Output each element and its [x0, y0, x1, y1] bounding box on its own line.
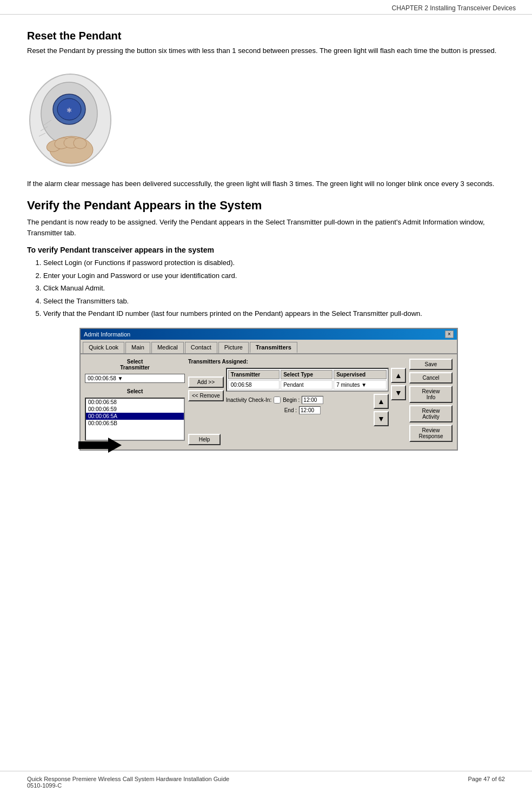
inactivity-checkbox[interactable]: [274, 396, 281, 404]
section1-title: Reset the Pendant: [27, 30, 505, 42]
page: CHAPTER 2 Installing Transceiver Devices…: [0, 0, 532, 793]
section1-body2: If the alarm clear message has been deli…: [27, 179, 505, 189]
footer-part-number: 0510-1099-C: [27, 782, 229, 789]
dropdown-value: 00:00:06:58 ▼: [88, 375, 123, 381]
admit-window-container: Admit Information × Quick Look Main Medi…: [32, 328, 505, 451]
cell-type: Pendant: [281, 380, 332, 389]
footer-page-number: Page 47 of 62: [468, 776, 505, 789]
section2-body1: The pendant is now ready to be assigned.…: [27, 217, 505, 238]
pendant-image: ✱: [27, 66, 114, 169]
inactivity-row: Inactivity Check-In: Begin :: [226, 396, 371, 404]
window-body: SelectTransmitter 00:00:06:58 ▼ Select 0…: [81, 354, 457, 450]
listbox-item-3[interactable]: 00:00:06:5B: [86, 420, 184, 427]
select-label: Select: [85, 388, 185, 394]
listbox-item-1[interactable]: 00:00:06:59: [86, 406, 184, 413]
subsection-title: To verify Pendant transceiver appears in…: [27, 246, 505, 254]
window-title: Admit Information: [84, 331, 130, 338]
section1-body1: Reset the Pendant by pressing the button…: [27, 45, 505, 56]
close-button[interactable]: ×: [445, 331, 454, 338]
footer-guide-title: Quick Response Premiere Wireless Call Sy…: [27, 776, 229, 782]
footer-left: Quick Response Premiere Wireless Call Sy…: [27, 776, 229, 789]
begin-time-input[interactable]: [302, 396, 323, 404]
transmitter-table: Transmitter Select Type Supervised 00:06…: [226, 368, 389, 392]
main-arrow-down[interactable]: ▼: [391, 385, 406, 400]
tab-quick-look[interactable]: Quick Look: [83, 342, 124, 353]
tab-bar: Quick Look Main Medical Contact Picture …: [81, 340, 457, 354]
end-label: End :: [284, 407, 297, 413]
tab-contact[interactable]: Contact: [185, 342, 217, 353]
col-supervised: Supervised: [334, 370, 387, 379]
cell-supervised[interactable]: 7 minutes ▼: [334, 380, 387, 389]
table-arrows: ▲ ▼: [374, 394, 389, 426]
cancel-button[interactable]: Cancel: [409, 372, 453, 384]
table-row: 00:06:58 Pendant 7 minutes ▼: [228, 380, 387, 389]
step-4: Select the Transmitters tab.: [43, 296, 505, 307]
tab-main[interactable]: Main: [125, 342, 150, 353]
chapter-title: CHAPTER 2 Installing Transceiver Devices: [392, 4, 516, 12]
col-transmitter: Transmitter: [228, 370, 280, 379]
right-panel: Save Cancel ReviewInfo ReviewActivity Re…: [409, 359, 453, 445]
add-button[interactable]: Add >>: [188, 376, 224, 388]
window-titlebar: Admit Information ×: [81, 329, 457, 340]
transmitter-listbox[interactable]: 00:00:06:58 00:00:06:59 00:00:06:5A 00:0…: [85, 398, 185, 441]
end-row: End :: [226, 406, 371, 414]
arrow-up-button[interactable]: ▲: [374, 394, 389, 409]
svg-marker-13: [78, 438, 122, 453]
section2-title: Verify the Pendant Appears in the System: [27, 199, 505, 213]
step-2: Enter your Login and Password or use you…: [43, 270, 505, 281]
svg-text:✱: ✱: [66, 107, 72, 114]
transmitters-assigned-label: Transmitters Assigned:: [188, 359, 406, 365]
transmitter-dropdown[interactable]: 00:00:06:58 ▼: [85, 374, 185, 383]
begin-label: Begin :: [283, 397, 300, 403]
tab-transmitters[interactable]: Transmitters: [250, 342, 297, 353]
right-arrows: ▲ ▼: [391, 368, 406, 400]
review-response-button[interactable]: ReviewResponse: [409, 425, 453, 442]
center-panel: Transmitters Assigned: Add >> << Remove: [188, 359, 406, 445]
review-info-button[interactable]: ReviewInfo: [409, 386, 453, 403]
tab-picture[interactable]: Picture: [218, 342, 249, 353]
remove-button[interactable]: << Remove: [188, 390, 224, 401]
steps-list: Select Login (or Functions if password p…: [43, 257, 505, 319]
step-3: Click Manual Admit.: [43, 283, 505, 294]
end-time-input[interactable]: [299, 406, 321, 414]
inactivity-label: Inactivity Check-In:: [226, 397, 271, 403]
col-select-type: Select Type: [281, 370, 332, 379]
left-panel: SelectTransmitter 00:00:06:58 ▼ Select 0…: [85, 359, 185, 445]
pendant-image-area: ✱: [27, 66, 505, 169]
tab-medical[interactable]: Medical: [151, 342, 184, 353]
step-5: Verify that the Pendant ID number (last …: [43, 308, 505, 319]
listbox-item-2[interactable]: 00:00:06:5A: [86, 413, 184, 420]
arrow-indicator: [78, 437, 122, 453]
main-content: Reset the Pendant Reset the Pendant by p…: [0, 15, 532, 771]
cell-transmitter-id: 00:06:58: [228, 380, 280, 389]
main-arrow-up[interactable]: ▲: [391, 368, 406, 383]
step-1: Select Login (or Functions if password p…: [43, 257, 505, 268]
chapter-header: CHAPTER 2 Installing Transceiver Devices: [0, 0, 532, 15]
listbox-item-0[interactable]: 00:00:06:58: [86, 399, 184, 406]
arrow-down-button[interactable]: ▼: [374, 411, 389, 426]
review-activity-button[interactable]: ReviewActivity: [409, 405, 453, 422]
footer: Quick Response Premiere Wireless Call Sy…: [0, 771, 532, 793]
select-transmitter-label: SelectTransmitter: [85, 359, 185, 371]
admit-information-window: Admit Information × Quick Look Main Medi…: [79, 328, 458, 451]
help-button[interactable]: Help: [188, 434, 221, 445]
save-button[interactable]: Save: [409, 359, 453, 370]
